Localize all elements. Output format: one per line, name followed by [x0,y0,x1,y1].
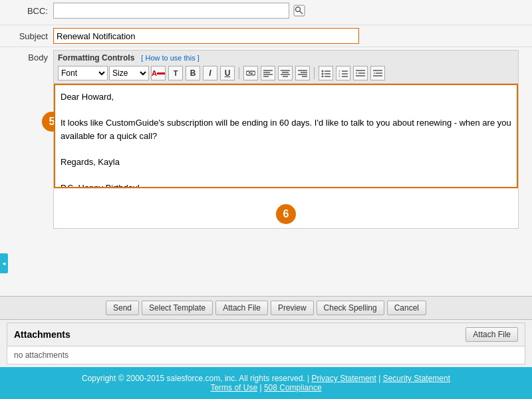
footer-privacy-link[interactable]: Privacy Statement [311,374,376,383]
how-to-use-link[interactable]: [ How to use this ] [141,54,199,62]
attachments-title: Attachments [14,329,70,340]
cancel-button[interactable]: Cancel [387,301,426,315]
attachments-header: Attachments Attach File [7,323,525,346]
attachments-attach-file-button[interactable]: Attach File [466,327,518,342]
attachments-body: no attachments [7,346,525,364]
align-center-btn[interactable] [278,66,293,80]
subject-label: Subject [7,31,53,41]
select-template-button[interactable]: Select Template [142,301,213,315]
svg-point-18 [322,73,324,75]
footer-compliance-link[interactable]: 508 Compliance [264,383,322,392]
underline-btn[interactable]: U [220,66,235,80]
preview-button[interactable]: Preview [271,301,314,315]
step-6-badge: 6 [276,204,296,224]
footer-copyright: Copyright © 2000-2015 salesforce.com, in… [82,374,305,383]
unordered-list-btn[interactable] [319,66,333,80]
outdent-btn[interactable] [370,66,385,80]
toolbar-separator-2 [314,67,315,79]
bcc-input[interactable] [53,3,289,19]
attach-file-button[interactable]: Attach File [215,301,268,315]
align-left-btn[interactable] [261,66,275,80]
font-select[interactable]: Font [58,66,108,80]
attachments-section: Attachments Attach File no attachments [7,323,525,364]
bcc-lookup-icon[interactable] [292,3,307,18]
formatting-controls-label: Formatting Controls [58,53,134,63]
send-button[interactable]: Send [106,301,139,315]
action-buttons-row: Send Select Template Attach File Preview… [0,296,532,320]
text-color-btn[interactable]: A [151,66,166,80]
align-right-btn[interactable] [295,66,310,80]
indent-btn[interactable] [353,66,368,80]
svg-point-16 [322,70,324,72]
body-label: Body [7,50,53,63]
toolbar-separator-1 [239,67,239,79]
formatting-controls-bar: Formatting Controls [ How to use this ] … [54,51,518,84]
bcc-label: BCC: [7,6,53,16]
body-textarea[interactable]: Dear Howard, It looks like CustomGuide's… [54,84,518,188]
highlight-btn[interactable]: T [168,66,183,80]
subject-input[interactable] [53,28,359,44]
no-attachments-text: no attachments [14,350,68,360]
check-spelling-button[interactable]: Check Spelling [317,301,384,315]
size-select[interactable]: Size [109,66,149,80]
footer: Copyright © 2000-2015 salesforce.com, in… [0,367,532,399]
italic-btn[interactable]: I [203,66,217,80]
link-btn[interactable] [243,66,258,80]
footer-security-link[interactable]: Security Statement [383,374,450,383]
svg-point-20 [322,76,324,78]
bold-btn[interactable]: B [186,66,200,80]
svg-text:3.: 3. [338,74,340,77]
scroll-left-indicator[interactable]: ◄ [0,253,8,273]
ordered-list-btn[interactable]: 1.2.3. [336,66,350,80]
footer-terms-link[interactable]: Terms of Use [210,383,257,392]
